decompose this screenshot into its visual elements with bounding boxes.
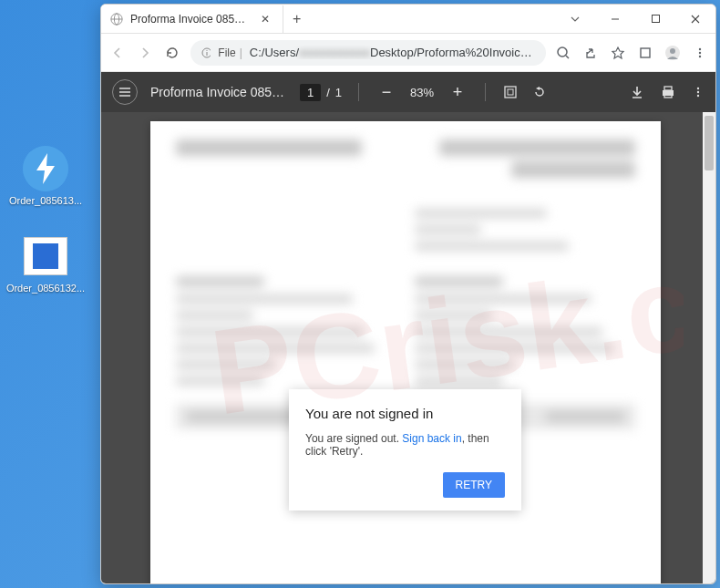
zoom-level: 83% (410, 86, 434, 99)
svg-point-13 (670, 48, 675, 54)
page-indicator: 1 / 1 (300, 84, 342, 101)
svg-rect-11 (641, 48, 650, 57)
titlebar: Proforma Invoice 0856132.pdf ✕ + (101, 5, 715, 34)
page-total: 1 (335, 86, 342, 99)
address-bar: File| C:/Users/xxxxxxxxxxxxDesktop/Profo… (101, 34, 715, 72)
document-icon (23, 233, 68, 279)
desktop-icon-order-1[interactable]: Order_085613... (9, 146, 82, 206)
maximize-button[interactable] (635, 5, 675, 33)
url-text: C:/Users/xxxxxxxxxxxxDesktop/Proforma%20… (250, 46, 535, 59)
desktop-icon-label: Order_0856132... (6, 283, 85, 294)
lightning-icon (23, 146, 68, 191)
rotate-icon[interactable] (531, 84, 548, 100)
desktop-icons: Order_085613... Order_0856132... (9, 146, 82, 321)
svg-point-14 (699, 47, 701, 49)
download-icon[interactable] (630, 85, 644, 99)
info-icon (201, 47, 211, 58)
svg-point-9 (558, 47, 567, 57)
browser-window: Proforma Invoice 0856132.pdf ✕ + (100, 4, 716, 584)
address-bar-icons (555, 45, 708, 61)
forward-button[interactable] (136, 44, 154, 62)
zoom-out-button[interactable]: − (375, 81, 397, 103)
sign-back-in-link[interactable]: Sign back in (402, 432, 461, 445)
svg-rect-5 (652, 15, 659, 23)
browser-tab[interactable]: Proforma Invoice 0856132.pdf ✕ (101, 5, 283, 33)
svg-point-27 (697, 95, 699, 97)
tab-close-button[interactable]: ✕ (257, 13, 273, 26)
tab-title: Proforma Invoice 0856132.pdf (130, 13, 250, 26)
bookmark-icon[interactable] (610, 45, 626, 61)
retry-button[interactable]: RETRY (443, 472, 505, 498)
svg-line-10 (566, 56, 569, 58)
window-controls (555, 5, 715, 33)
menu-icon[interactable] (692, 45, 708, 61)
page-current-input[interactable]: 1 (300, 84, 321, 101)
svg-rect-22 (664, 87, 672, 90)
url-field[interactable]: File| C:/Users/xxxxxxxxxxxxDesktop/Profo… (190, 40, 546, 66)
minimize-button[interactable] (595, 5, 635, 33)
more-icon[interactable] (692, 86, 705, 98)
close-button[interactable] (675, 5, 715, 33)
svg-point-16 (699, 55, 701, 57)
pdf-title: Proforma Invoice 08561... (150, 85, 287, 99)
svg-point-25 (697, 88, 699, 89)
profile-icon[interactable] (664, 45, 681, 61)
divider (485, 83, 486, 101)
signin-dialog: You are not signed in You are signed out… (289, 389, 521, 511)
desktop-icon-order-2[interactable]: Order_0856132... (9, 233, 82, 294)
svg-point-8 (206, 49, 207, 50)
pdf-toolbar: Proforma Invoice 08561... 1 / 1 − 83% + (101, 72, 715, 112)
desktop-icon-label: Order_085613... (9, 195, 82, 206)
pdf-page: You are not signed in You are signed out… (150, 121, 661, 583)
scrollbar-thumb[interactable] (705, 116, 714, 170)
blurred-pdf-content (150, 121, 661, 583)
scrollbar[interactable] (703, 112, 715, 583)
dialog-message: You are signed out. Sign back in, then c… (305, 432, 505, 458)
svg-point-15 (699, 51, 701, 53)
extensions-icon[interactable] (637, 45, 653, 61)
svg-point-26 (697, 91, 699, 93)
svg-rect-20 (505, 87, 516, 98)
print-icon[interactable] (661, 85, 675, 99)
globe-icon (110, 13, 123, 26)
svg-rect-21 (508, 89, 513, 95)
reload-button[interactable] (163, 44, 181, 62)
pdf-viewport: You are not signed in You are signed out… (101, 112, 715, 583)
zoom-in-button[interactable]: + (447, 81, 468, 103)
back-button[interactable] (108, 44, 127, 62)
search-icon[interactable] (555, 45, 571, 61)
divider (358, 83, 359, 101)
new-tab-button[interactable]: + (283, 11, 310, 27)
fit-page-icon[interactable] (502, 84, 519, 100)
share-icon[interactable] (582, 45, 599, 61)
dropdown-icon[interactable] (555, 5, 595, 33)
hamburger-icon[interactable] (112, 79, 138, 105)
url-scheme-chip: File| (218, 46, 242, 59)
dialog-title: You are not signed in (305, 406, 505, 421)
